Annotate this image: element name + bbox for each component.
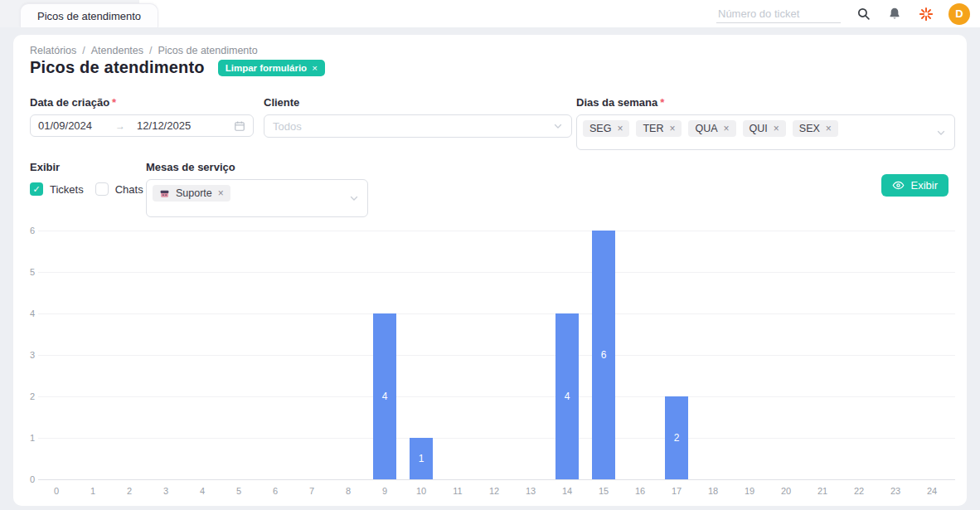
selected-tag[interactable]: QUA×	[688, 120, 735, 137]
tag-label: QUA	[695, 123, 717, 134]
label-text: Mesas de serviço	[146, 161, 235, 173]
field-mesas-de-servico: Mesas de serviço Suporte×	[146, 161, 368, 217]
close-icon[interactable]: ×	[312, 63, 318, 73]
selected-tag[interactable]: TER×	[636, 120, 682, 137]
x-axis-tick-label: 18	[708, 486, 718, 496]
field-cliente: Cliente Todos	[264, 96, 572, 138]
remove-tag-icon[interactable]: ×	[774, 123, 779, 134]
tag-label: TER	[643, 123, 663, 134]
bar-9: 4	[373, 313, 396, 479]
x-axis-tick-label: 15	[599, 486, 609, 496]
x-axis-tick-label: 4	[200, 486, 205, 496]
y-axis-tick-label: 5	[20, 267, 35, 277]
selected-tag[interactable]: SEX×	[793, 120, 838, 137]
tag-label: QUI	[750, 123, 768, 134]
topbar-actions: D	[716, 0, 970, 27]
checkbox-label: Chats	[115, 183, 143, 196]
breadcrumb-item: Picos de atendimento	[158, 45, 258, 56]
field-label: Cliente	[264, 96, 572, 109]
field-label: Data de criação *	[30, 96, 254, 109]
y-axis-tick-label: 3	[20, 350, 35, 360]
y-axis-tick-label: 4	[20, 308, 35, 318]
ticket-search-input[interactable]	[716, 5, 841, 23]
x-axis-tick-label: 16	[635, 486, 645, 496]
y-axis-tick-label: 2	[20, 391, 35, 401]
x-axis-tick-label: 0	[54, 486, 59, 496]
date-range-arrow-icon: →	[115, 120, 125, 132]
field-label: Mesas de serviço	[146, 161, 368, 173]
field-dias-da-semana: Dias da semana * SEG×TER×QUA×QUI×SEX×	[576, 96, 955, 150]
clear-form-badge[interactable]: Limpar formulário ×	[218, 60, 325, 76]
service-desk-icon	[159, 188, 170, 199]
x-axis-tick-label: 1	[90, 486, 95, 496]
remove-tag-icon[interactable]: ×	[826, 123, 832, 134]
topbar: Picos de atendimento	[0, 0, 980, 27]
tag-label: SEG	[589, 123, 611, 134]
selected-tag[interactable]: SEG×	[583, 120, 629, 137]
x-axis-tick-label: 19	[745, 486, 754, 496]
date-end-value[interactable]: 12/12/2025	[137, 119, 191, 132]
app-window: Picos de atendimento	[0, 0, 980, 510]
tab-picos-de-atendimento[interactable]: Picos de atendimento	[20, 3, 158, 27]
page-title: Picos de atendimento	[30, 58, 205, 77]
x-axis-tick-label: 12	[489, 486, 499, 496]
field-exibir: Exibir ✓TicketsChats	[30, 161, 143, 196]
remove-tag-icon[interactable]: ×	[669, 123, 675, 134]
breadcrumb-separator: /	[82, 45, 85, 56]
chevron-down-icon	[553, 121, 563, 131]
x-axis-tick-label: 11	[453, 486, 462, 496]
avatar-initial: D	[955, 7, 963, 20]
spark-icon[interactable]	[917, 5, 935, 23]
selected-tag[interactable]: Suporte×	[153, 185, 230, 202]
y-axis-tick-label: 0	[20, 474, 35, 484]
x-axis-tick-label: 20	[781, 486, 791, 496]
content-card: Relatórios/Atendentes/Picos de atendimen…	[13, 35, 967, 506]
field-data-de-criacao: Data de criação * 01/09/2024 → 12/12/202…	[30, 96, 254, 137]
remove-tag-icon[interactable]: ×	[218, 187, 224, 199]
dias-multiselect[interactable]: SEG×TER×QUA×QUI×SEX×	[576, 114, 955, 150]
field-label: Exibir	[30, 161, 143, 173]
tag-label: Suporte	[176, 187, 212, 199]
cliente-placeholder: Todos	[273, 120, 302, 133]
checkbox-checked-icon[interactable]: ✓	[30, 182, 43, 196]
x-axis-tick-label: 2	[127, 486, 132, 496]
tag-label: SEX	[799, 123, 820, 134]
breadcrumb-item[interactable]: Atendentes	[91, 45, 143, 56]
remove-tag-icon[interactable]: ×	[724, 123, 730, 134]
checkbox-label: Tickets	[50, 183, 84, 196]
breadcrumb-item[interactable]: Relatórios	[30, 45, 76, 56]
mesas-multiselect[interactable]: Suporte×	[146, 179, 368, 217]
checkbox-chats[interactable]: Chats	[95, 182, 143, 196]
bell-icon[interactable]	[885, 5, 904, 23]
exibir-options: ✓TicketsChats	[30, 182, 143, 196]
x-axis-tick-label: 6	[273, 486, 278, 496]
exibir-button[interactable]: Exibir	[881, 174, 948, 197]
x-axis-tick-label: 23	[890, 486, 900, 496]
exibir-button-label: Exibir	[910, 179, 938, 192]
tab-label: Picos de atendimento	[37, 10, 141, 22]
remove-tag-icon[interactable]: ×	[617, 123, 623, 134]
eye-icon	[892, 179, 905, 192]
chevron-down-icon	[936, 128, 946, 138]
date-range-input[interactable]: 01/09/2024 → 12/12/2025	[30, 114, 254, 137]
label-text: Exibir	[30, 161, 60, 173]
avatar[interactable]: D	[948, 3, 970, 25]
x-axis-tick-label: 5	[236, 486, 241, 496]
checkbox-unchecked-icon[interactable]	[95, 182, 109, 196]
gridline	[38, 313, 955, 314]
x-axis-tick-label: 22	[854, 486, 864, 496]
breadcrumb-separator: /	[149, 45, 152, 56]
clear-form-label: Limpar formulário	[226, 63, 307, 73]
x-axis-tick-label: 8	[346, 486, 351, 496]
date-start-value[interactable]: 01/09/2024	[38, 119, 92, 132]
checkbox-tickets[interactable]: ✓Tickets	[30, 182, 84, 196]
bar-10: 1	[410, 438, 433, 479]
field-label: Dias da semana *	[576, 96, 955, 109]
selected-tag[interactable]: QUI×	[743, 120, 786, 137]
title-row: Picos de atendimento Limpar formulário ×	[30, 58, 325, 77]
search-icon[interactable]	[854, 5, 872, 23]
calendar-icon[interactable]	[234, 120, 245, 132]
x-axis-tick-label: 14	[562, 486, 572, 496]
cliente-select[interactable]: Todos	[264, 114, 572, 138]
x-axis-tick-label: 9	[382, 486, 387, 496]
